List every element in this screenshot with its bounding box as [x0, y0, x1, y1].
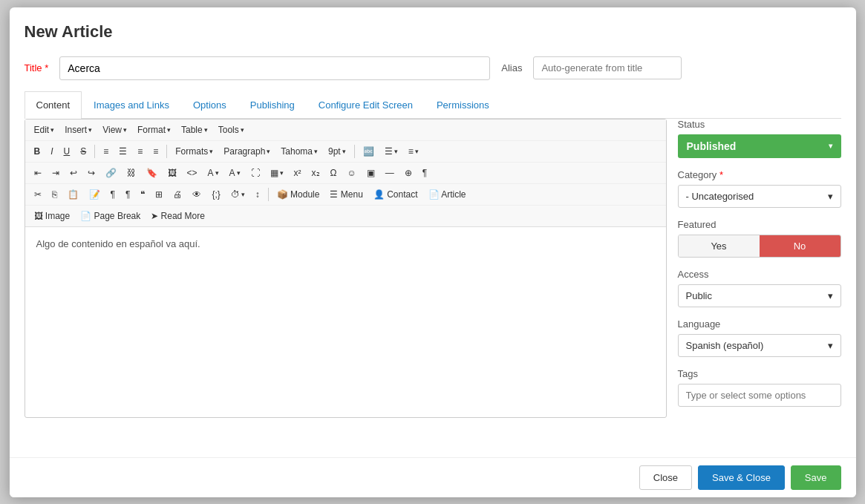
category-caret-icon: ▾	[828, 191, 833, 202]
save-close-button[interactable]: Save & Close	[698, 465, 785, 490]
redo-btn[interactable]: ↪	[83, 166, 99, 180]
code-sample-btn[interactable]: {;}	[207, 187, 224, 202]
view-menu-btn[interactable]: View ▾	[98, 122, 131, 137]
paste-text-btn[interactable]: 📝	[85, 187, 105, 202]
module-btn[interactable]: 📦 Module	[272, 187, 324, 202]
media-btn[interactable]: ▣	[362, 166, 379, 180]
print-btn[interactable]: 🖨	[169, 187, 186, 202]
sep3	[354, 145, 355, 158]
modal-title: New Article	[25, 22, 841, 42]
indent2-btn[interactable]: ⇥	[48, 166, 64, 180]
show-more-btn[interactable]: ¶	[121, 187, 134, 202]
indent-btn[interactable]: ≡ ▾	[404, 144, 423, 159]
tags-input[interactable]	[678, 384, 841, 407]
alias-input[interactable]	[533, 56, 682, 79]
main-content-area: Edit ▾ Insert ▾ View ▾ Format ▾ Table ▾ …	[25, 119, 841, 418]
show-blocks-btn[interactable]: ¶	[418, 166, 431, 180]
show-hidden-btn[interactable]: ¶	[106, 187, 120, 202]
tab-content[interactable]: Content	[25, 91, 82, 119]
alias-label: Alias	[501, 62, 522, 73]
cut-btn[interactable]: ✂	[30, 187, 46, 202]
nonbreaking-btn[interactable]: ⊞	[151, 187, 167, 202]
blockquote-btn[interactable]: ❝	[136, 187, 149, 202]
pagebreak-btn[interactable]: 📄 Page Break	[76, 209, 145, 223]
featured-yes-btn[interactable]: Yes	[679, 235, 760, 257]
strikethrough-btn[interactable]: S	[76, 144, 91, 159]
language-dropdown[interactable]: Spanish (español) ▾	[678, 334, 841, 357]
align-center-btn[interactable]: ☰	[114, 144, 131, 159]
superscript-btn[interactable]: x²	[290, 166, 306, 180]
subscript-btn[interactable]: x₂	[307, 166, 324, 180]
image-insert-btn[interactable]: 🖼	[163, 166, 181, 180]
tags-label: Tags	[678, 368, 841, 379]
access-dropdown[interactable]: Public ▾	[678, 284, 841, 307]
editor-content[interactable]: Algo de contenido en español va aquí.	[25, 227, 666, 413]
paragraph-btn[interactable]: Paragraph ▾	[219, 144, 275, 159]
access-caret-icon: ▾	[828, 290, 833, 301]
tab-configure-edit-screen[interactable]: Configure Edit Screen	[307, 91, 425, 118]
status-dropdown[interactable]: Published ▾	[678, 134, 841, 158]
char-map-btn[interactable]: 🔤	[359, 144, 379, 159]
outdent-btn[interactable]: ⇤	[30, 166, 46, 180]
article-modal: New Article Title * Alias Content Images…	[10, 7, 856, 497]
tags-section: Tags	[678, 368, 841, 407]
hr-btn[interactable]: —	[381, 166, 399, 180]
tab-permissions[interactable]: Permissions	[425, 91, 501, 118]
code-btn[interactable]: <>	[183, 166, 202, 180]
table-menu-btn[interactable]: Table ▾	[177, 122, 212, 137]
save-button[interactable]: Save	[791, 465, 841, 490]
menu-btn[interactable]: ☰ Menu	[325, 187, 367, 202]
bg-color-btn[interactable]: A ▾	[225, 166, 245, 180]
fullscreen-btn[interactable]: ⛶	[247, 166, 264, 180]
category-dropdown[interactable]: - Uncategorised ▾	[678, 185, 841, 208]
access-label: Access	[678, 269, 841, 280]
title-input[interactable]	[59, 56, 490, 80]
pagebreak-inline-btn[interactable]: ⊕	[400, 166, 417, 180]
readmore-btn[interactable]: ➤ Read More	[146, 209, 209, 223]
unlink-btn[interactable]: ⛓	[123, 166, 140, 180]
table-insert-btn[interactable]: ▦ ▾	[266, 166, 288, 180]
preview-btn[interactable]: 👁	[188, 187, 206, 202]
tab-options[interactable]: Options	[181, 91, 238, 118]
image-btn[interactable]: 🖼 Image	[30, 209, 75, 223]
formats-btn[interactable]: Formats ▾	[171, 144, 218, 159]
align-left-btn[interactable]: ≡	[99, 144, 113, 159]
align-right-btn[interactable]: ≡	[133, 144, 147, 159]
copy-btn[interactable]: ⎘	[48, 187, 62, 202]
contact-btn[interactable]: 👤 Contact	[369, 187, 422, 202]
title-label: Title *	[25, 62, 49, 73]
close-button[interactable]: Close	[639, 465, 692, 490]
category-section: Category * - Uncategorised ▾	[678, 169, 841, 208]
size-btn[interactable]: 9pt ▾	[324, 144, 350, 159]
list-btn[interactable]: ☰ ▾	[380, 144, 402, 159]
emoji-btn[interactable]: ☺	[343, 166, 361, 180]
editor-panel: Edit ▾ Insert ▾ View ▾ Format ▾ Table ▾ …	[25, 119, 667, 418]
font-btn[interactable]: Tahoma ▾	[276, 144, 322, 159]
modal-footer: Close Save & Close Save	[10, 457, 856, 497]
tab-images-links[interactable]: Images and Links	[82, 91, 181, 118]
font-color-btn[interactable]: A ▾	[203, 166, 223, 180]
underline-btn[interactable]: U	[59, 144, 75, 159]
tools-menu-btn[interactable]: Tools ▾	[214, 122, 249, 137]
status-caret-icon: ▾	[829, 142, 832, 150]
format-menu-btn[interactable]: Format ▾	[133, 122, 175, 137]
toolbar-insert-row: 🖼 Image 📄 Page Break ➤ Read More	[25, 206, 666, 226]
special-char-btn[interactable]: Ω	[326, 166, 342, 180]
insert-menu-btn[interactable]: Insert ▾	[60, 122, 97, 137]
justify-btn[interactable]: ≡	[148, 144, 163, 159]
article-btn[interactable]: 📄 Article	[424, 187, 471, 202]
timer-btn[interactable]: ⏱ ▾	[226, 187, 249, 202]
bookmark-btn[interactable]: 🔖	[142, 166, 162, 180]
noneditable-btn[interactable]: ↕	[251, 187, 264, 202]
bold-btn[interactable]: B	[30, 144, 45, 159]
sep2	[166, 145, 167, 158]
paste-btn[interactable]: 📋	[63, 187, 83, 202]
link-btn[interactable]: 🔗	[101, 166, 121, 180]
featured-no-btn[interactable]: No	[760, 235, 840, 257]
article-sidebar: Status Published ▾ Category * - Uncatego…	[678, 119, 841, 418]
tab-publishing[interactable]: Publishing	[238, 91, 307, 118]
undo-btn[interactable]: ↩	[65, 166, 82, 180]
italic-btn[interactable]: I	[46, 144, 57, 159]
category-label: Category *	[678, 169, 841, 180]
edit-menu-btn[interactable]: Edit ▾	[30, 122, 59, 137]
